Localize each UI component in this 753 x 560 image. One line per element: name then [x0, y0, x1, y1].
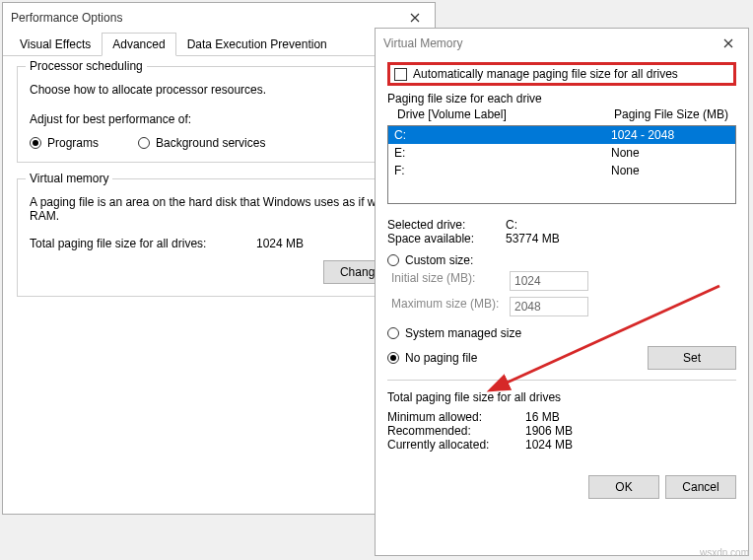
sched-adjust: Adjust for best performance of: — [30, 112, 408, 126]
selected-drive-value: C: — [506, 218, 517, 232]
drive-list[interactable]: C: 1024 - 2048 E: None F: None — [387, 125, 736, 204]
drive-size: None — [611, 146, 729, 160]
radio-label: Programs — [47, 136, 99, 150]
set-button[interactable]: Set — [648, 346, 736, 370]
recommended-value: 1906 MB — [525, 424, 573, 438]
space-available-value: 53774 MB — [506, 232, 560, 245]
drive-size: 1024 - 2048 — [611, 128, 729, 142]
drive-letter: E: — [394, 146, 611, 160]
group-title: Processor scheduling — [26, 59, 147, 73]
virtual-memory-group: Virtual memory A paging file is an area … — [17, 178, 421, 297]
auto-manage-checkbox[interactable]: Automatically manage paging file size fo… — [394, 67, 729, 81]
ok-button[interactable]: OK — [588, 475, 659, 499]
radio-system-managed[interactable]: System managed size — [387, 326, 736, 340]
radio-label: System managed size — [405, 326, 521, 340]
close-icon[interactable] — [403, 9, 427, 27]
processor-scheduling-group: Processor scheduling Choose how to alloc… — [17, 66, 421, 163]
tab-dep[interactable]: Data Execution Prevention — [176, 33, 338, 55]
radio-label: Custom size: — [405, 253, 473, 267]
radio-custom-size[interactable]: Custom size: — [387, 253, 736, 267]
vm-desc: A paging file is an area on the hard dis… — [30, 195, 408, 223]
tab-visual-effects[interactable]: Visual Effects — [9, 33, 102, 55]
initial-size-input[interactable] — [510, 271, 588, 291]
radio-icon — [387, 352, 399, 364]
radio-icon — [387, 254, 399, 266]
tab-advanced[interactable]: Advanced — [102, 33, 175, 56]
sched-desc: Choose how to allocate processor resourc… — [30, 83, 408, 97]
min-allowed-label: Minimum allowed: — [387, 410, 525, 424]
drive-letter: F: — [394, 164, 611, 177]
close-icon[interactable] — [717, 35, 740, 52]
drive-row[interactable]: E: None — [388, 144, 735, 162]
auto-manage-label: Automatically manage paging file size fo… — [413, 67, 678, 81]
virtual-memory-dialog: Virtual Memory Automatically manage pagi… — [375, 28, 749, 556]
radio-icon — [387, 327, 399, 339]
col-drive: Drive [Volume Label] — [397, 107, 614, 121]
currently-allocated-label: Currently allocated: — [387, 438, 525, 452]
vm-total-label: Total paging file size for all drives: — [30, 237, 256, 250]
maximum-size-input[interactable] — [510, 297, 588, 316]
min-allowed-value: 16 MB — [525, 410, 560, 424]
radio-label: Background services — [156, 136, 265, 150]
watermark: wsxdn.com — [700, 547, 749, 558]
vm-dialog-title: Virtual Memory — [383, 36, 462, 50]
drive-row[interactable]: C: 1024 - 2048 — [388, 126, 735, 144]
group-title: Virtual memory — [26, 172, 112, 185]
radio-icon — [30, 137, 41, 149]
space-available-label: Space available: — [387, 232, 506, 245]
col-size: Paging File Size (MB) — [614, 107, 732, 121]
cancel-button[interactable]: Cancel — [665, 475, 736, 499]
drive-size: None — [611, 164, 729, 177]
performance-options-window: Performance Options Visual Effects Advan… — [2, 2, 436, 515]
radio-programs[interactable]: Programs — [30, 136, 99, 150]
currently-allocated-value: 1024 MB — [525, 438, 573, 452]
checkbox-icon — [394, 68, 407, 81]
radio-background-services[interactable]: Background services — [138, 136, 265, 150]
vm-total-value: 1024 MB — [256, 237, 304, 250]
selected-drive-label: Selected drive: — [387, 218, 506, 232]
totals-title: Total paging file size for all drives — [387, 390, 736, 404]
initial-size-label: Initial size (MB): — [391, 271, 510, 291]
radio-label: No paging file — [405, 351, 477, 365]
drive-letter: C: — [394, 128, 611, 142]
radio-icon — [138, 137, 150, 149]
perf-title: Performance Options — [11, 11, 122, 25]
drive-row[interactable]: F: None — [388, 162, 735, 179]
recommended-label: Recommended: — [387, 424, 525, 438]
radio-no-paging-file[interactable]: No paging file — [387, 351, 477, 365]
maximum-size-label: Maximum size (MB): — [391, 297, 510, 316]
perf-tabs: Visual Effects Advanced Data Execution P… — [3, 33, 435, 56]
auto-manage-highlight: Automatically manage paging file size fo… — [387, 62, 736, 86]
drive-list-title: Paging file size for each drive — [387, 92, 736, 105]
